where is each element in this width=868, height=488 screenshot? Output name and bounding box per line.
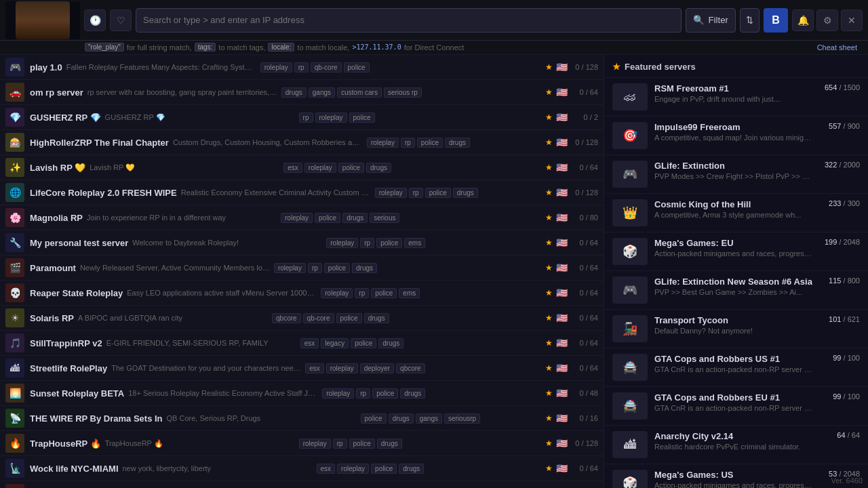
server-favorite-icon[interactable]: ★ (545, 313, 553, 323)
server-tag: police (376, 238, 402, 248)
cheat-sheet-link[interactable]: Cheat sheet (817, 43, 857, 52)
server-row[interactable]: 🚗om rp serverrp server with car boosting… (0, 80, 604, 105)
version-badge: Ver. 6460 (831, 476, 863, 485)
featured-thumbnail: 🏙 (612, 431, 648, 458)
featured-item[interactable]: 👑Cosmic King of the HillA competitive, A… (604, 194, 868, 232)
server-favorite-icon[interactable]: ★ (545, 338, 553, 348)
server-favorite-icon[interactable]: ★ (545, 188, 553, 197)
server-favorite-icon[interactable]: ★ (545, 113, 553, 122)
server-favorite-icon[interactable]: ★ (545, 363, 553, 373)
server-row[interactable]: 🏙Streetlife RolePlayThe GOAT Destination… (0, 356, 604, 381)
featured-thumbnail: 🎲 (612, 238, 648, 265)
streamer-avatar (16, 1, 70, 39)
notifications-icon[interactable]: 🔔 (792, 9, 814, 31)
featured-info: GTA Cops and Robbers EU #1GTA CnR is an … (654, 392, 812, 412)
server-name: play 1.0 (30, 62, 62, 73)
server-row[interactable]: 🎬ParamountNewly Released Server, Active … (0, 256, 604, 281)
featured-item[interactable]: 🎮GLife: ExtinctionPVP Modes >> Crew Figh… (604, 155, 868, 194)
server-favorite-icon[interactable]: ★ (545, 464, 553, 473)
close-icon[interactable]: ✕ (841, 9, 863, 31)
server-favorite-icon[interactable]: ★ (545, 62, 553, 72)
server-row[interactable]: 🔥TrapHouseRP 🔥TrapHouseRP 🔥roleplayrppol… (0, 431, 604, 456)
server-favorite-icon[interactable]: ★ (545, 87, 553, 97)
featured-item[interactable]: 🚔GTA Cops and Robbers US #1GTA CnR is an… (604, 348, 868, 387)
featured-item[interactable]: 🚔GTA Cops and Robbers EU #1GTA CnR is an… (604, 387, 868, 426)
server-tag: rp (360, 238, 374, 248)
featured-server-desc: GTA CnR is an action-packed non-RP serve… (654, 365, 812, 373)
server-tag: roleplay (326, 363, 358, 373)
server-row[interactable]: 🌐LifeCore Roleplay 2.0 FRESH WIPERealist… (0, 180, 604, 205)
server-tag: qbcore (396, 363, 425, 373)
server-row[interactable]: 📡THE WIRE RP By Drama Sets InQB Core, Se… (0, 406, 604, 431)
server-favorite-icon[interactable]: ★ (545, 213, 553, 222)
server-flag-icon: 🇺🇸 (556, 187, 568, 198)
server-favorite-icon[interactable]: ★ (545, 163, 553, 172)
server-name: HighRollerZRP The Final Chapter (30, 138, 169, 148)
search-input[interactable] (143, 15, 674, 25)
server-player-count: 0 / 64 (571, 239, 598, 247)
server-right-section: ★🇺🇸0 / 80 (545, 212, 598, 223)
filter-button[interactable]: 🔍 Filter (686, 8, 736, 33)
server-row[interactable]: 🗽Wock life NYC-MIAMInew york, libertycit… (0, 456, 604, 481)
featured-item[interactable]: 🏎RSM Freeroam #1Engage in PvP, drift aro… (604, 78, 868, 117)
featured-item[interactable]: 🎮GLife: Extinction New Season #6 AsiaPVP… (604, 271, 868, 310)
server-tag: rp (401, 138, 415, 148)
server-description: 18+ Serious Roleplay Realistic Economy A… (128, 389, 318, 397)
user-avatar-button[interactable]: B (764, 8, 788, 33)
history-icon[interactable]: 🕐 (84, 9, 106, 31)
server-row[interactable]: ⚡YOURLIFERPHardcore Rpesxroleplayrppolic… (0, 481, 604, 488)
server-row[interactable]: 🎮play 1.0Fallen Roleplay Features Many A… (0, 55, 604, 80)
roleplay-hint: "role_play" (85, 43, 124, 52)
server-row[interactable]: 🌸Magnolia RPJoin to experience RP in in … (0, 205, 604, 230)
featured-thumbnail: 🚔 (612, 354, 648, 381)
sort-button[interactable]: ⇅ (740, 8, 760, 33)
server-tag: roleplay (367, 138, 399, 148)
server-tag: ems (399, 288, 420, 298)
server-row[interactable]: 🌅Sunset Roleplay BETA18+ Serious Rolepla… (0, 381, 604, 406)
server-player-count: 0 / 64 (571, 163, 598, 171)
featured-item[interactable]: 🎲Mega's Games: USAction-packed minigames… (604, 464, 868, 488)
server-row[interactable]: 💀Reaper State RoleplayEasy LEO applicati… (0, 281, 604, 306)
server-favorite-icon[interactable]: ★ (545, 288, 553, 298)
featured-item[interactable]: 🎯Impulse99 FreeroamA competitive, squad … (604, 117, 868, 155)
server-name: TrapHouseRP 🔥 (30, 439, 101, 449)
server-favorite-icon[interactable]: ★ (545, 138, 553, 147)
server-row[interactable]: ☀Solaris RPA BIPOC and LGBTQIA ran cityq… (0, 306, 604, 331)
search-bar[interactable] (136, 8, 682, 33)
server-favorite-icon[interactable]: ★ (545, 238, 553, 247)
featured-server-desc: Default Danny? Not anymore! (654, 327, 812, 335)
server-favorite-icon[interactable]: ★ (545, 439, 553, 448)
server-name: Paramount (30, 263, 76, 273)
featured-server-name: Mega's Games: US (654, 470, 812, 480)
featured-item[interactable]: 🚂Transport TycoonDefault Danny? Not anym… (604, 310, 868, 348)
server-player-count: 0 / 128 (571, 138, 598, 146)
favorites-icon[interactable]: ♡ (110, 9, 132, 31)
server-row[interactable]: 💎GUSHERZ RP 💎GUSHERZ RP 💎rproleplaypolic… (0, 105, 604, 130)
server-tag: serious rp (384, 87, 422, 98)
featured-item[interactable]: 🎲Mega's Games: EUAction-packed minigames… (604, 232, 868, 271)
server-row[interactable]: 🔧My personal test serverWelcome to Daybr… (0, 230, 604, 256)
server-favorite-icon[interactable]: ★ (545, 413, 553, 423)
server-row[interactable]: 🎰HighRollerZRP The Final ChapterCustom D… (0, 130, 604, 155)
server-icon: 🚗 (5, 83, 24, 102)
server-tags: esxroleplaypolicedrugs (283, 163, 391, 173)
settings-icon[interactable]: ⚙ (816, 9, 838, 31)
featured-player-count: 233 / 300 (819, 199, 860, 207)
featured-server-desc: Realistic hardcore PvPvE criminal simula… (654, 443, 812, 451)
server-favorite-icon[interactable]: ★ (545, 263, 553, 272)
server-right-section: ★🇺🇸0 / 128 (545, 137, 598, 148)
server-tag: rp (299, 113, 313, 123)
server-tag: drugs (389, 413, 414, 424)
server-description: rp server with car boosting, gang spray … (87, 88, 277, 96)
server-name: Lavish RP 💛 (30, 163, 85, 173)
server-tag: roleplay (337, 464, 369, 474)
filter-label: Filter (708, 15, 728, 25)
server-tags: esxroleplaypolicedrugs (317, 464, 425, 474)
server-row[interactable]: 🎵StillTrappinRP v2E-GIRL FRIENDLY, SEMI-… (0, 331, 604, 356)
featured-player-count: 322 / 2000 (819, 161, 860, 169)
server-right-section: ★🇺🇸0 / 48 (545, 388, 598, 399)
featured-item[interactable]: 🏙Anarchy City v2.14Realistic hardcore Pv… (604, 426, 868, 464)
server-flag-icon: 🇺🇸 (556, 338, 568, 348)
server-favorite-icon[interactable]: ★ (545, 388, 553, 398)
server-row[interactable]: ✨Lavish RP 💛Lavish RP 💛esxroleplaypolice… (0, 155, 604, 180)
